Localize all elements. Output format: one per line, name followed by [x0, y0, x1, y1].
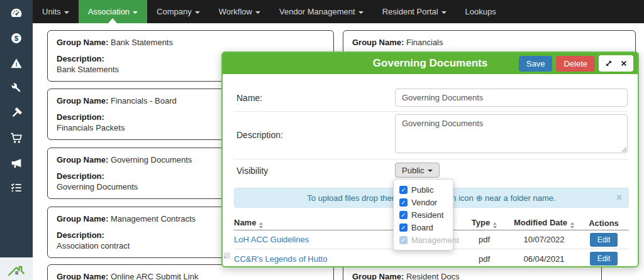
- alerts-warning-icon[interactable]: !: [0, 53, 33, 74]
- edit-button[interactable]: Edit: [590, 252, 618, 266]
- description-label: Description:: [236, 130, 283, 140]
- column-header-actions: Actions: [579, 218, 629, 228]
- top-navbar: Units Association Company Workflow Vendo…: [33, 0, 644, 23]
- nav-label: Lookups: [465, 7, 496, 16]
- name-input[interactable]: [395, 89, 628, 107]
- close-icon[interactable]: [619, 60, 628, 68]
- billing-dollar-icon[interactable]: $: [0, 28, 33, 49]
- column-label: Actions: [589, 218, 619, 228]
- modal-header: Governing Documents Save Delete: [223, 53, 638, 74]
- group-name-value: Online ARC Submit Link: [111, 272, 198, 280]
- nav-label: Units: [42, 7, 61, 16]
- modal-body: Name: Description: Governing Documents V…: [223, 74, 638, 266]
- app-logo-area: [0, 257, 33, 280]
- nav-item-resident-portal[interactable]: Resident Portal: [373, 0, 456, 23]
- document-modified-date: 10/07/2022: [509, 235, 579, 244]
- sort-icon: [493, 222, 497, 229]
- nav-label: Association: [88, 7, 130, 16]
- nav-label: Workflow: [219, 7, 252, 16]
- modal-header-actions: Save Delete: [519, 55, 633, 72]
- chevron-down-icon: [441, 11, 447, 14]
- nav-label: Company: [157, 7, 192, 16]
- wrench-icon[interactable]: [0, 77, 33, 99]
- expand-icon[interactable]: [604, 60, 613, 68]
- group-name-label: Group Name:: [57, 272, 108, 280]
- group-name-label: Group Name:: [352, 38, 404, 47]
- group-name-label: Group Name:: [57, 155, 108, 164]
- sort-icon: [259, 222, 263, 229]
- group-name-value: Management Contracts: [111, 214, 196, 223]
- visibility-option-resident[interactable]: Resident: [394, 208, 453, 221]
- group-name-label: Group Name:: [352, 272, 404, 280]
- sort-icon: [570, 222, 574, 229]
- group-name-label: Group Name:: [57, 96, 108, 105]
- hammer-icon[interactable]: [0, 102, 33, 124]
- edit-button[interactable]: Edit: [590, 233, 618, 247]
- delete-button[interactable]: Delete: [556, 56, 595, 72]
- document-link[interactable]: CC&R's Legends of Hutto: [234, 254, 327, 264]
- document-type: pdf: [459, 235, 509, 244]
- checkbox-checked-icon[interactable]: [399, 198, 408, 207]
- option-label: Public: [411, 185, 433, 195]
- save-button[interactable]: Save: [519, 56, 553, 72]
- checkbox-checked-icon[interactable]: [399, 211, 408, 219]
- chevron-down-icon: [64, 11, 69, 14]
- group-name-value: Resident Docs: [406, 272, 460, 280]
- chevron-down-icon: [358, 11, 364, 14]
- document-link[interactable]: LoH ACC Guidelines: [234, 235, 309, 244]
- cart-icon[interactable]: [0, 127, 33, 149]
- column-label: Type: [472, 218, 490, 227]
- document-type: pdf: [459, 254, 509, 264]
- home-logo-icon[interactable]: [7, 261, 26, 277]
- option-label: Resident: [411, 210, 443, 220]
- left-sidebar: $ !: [0, 0, 33, 257]
- group-name-line: Group Name: Online ARC Submit Link: [57, 272, 325, 280]
- group-name-value: Governing Documents: [111, 155, 192, 164]
- group-name-label: Group Name:: [57, 214, 108, 223]
- nav-item-vendor-management[interactable]: Vendor Management: [270, 0, 373, 23]
- chevron-down-icon: [255, 11, 260, 14]
- visibility-dropdown-menu: Public Vendor Resident Board Management: [393, 179, 453, 250]
- checkbox-checked-icon[interactable]: [399, 223, 408, 232]
- nav-item-company[interactable]: Company: [147, 0, 209, 23]
- chevron-down-icon: [133, 11, 138, 14]
- visibility-option-vendor[interactable]: Vendor: [394, 196, 453, 208]
- option-label: Vendor: [411, 198, 437, 207]
- option-label: Board: [411, 223, 433, 232]
- checkbox-checked-disabled-icon: [399, 236, 408, 244]
- column-label: Name: [234, 218, 256, 227]
- nav-item-units[interactable]: Units: [33, 0, 79, 23]
- divider: [234, 111, 628, 112]
- info-dismiss-icon[interactable]: ×: [616, 192, 622, 203]
- column-header-modified-date[interactable]: Modified Date: [509, 218, 579, 229]
- group-name-label: Group Name:: [57, 38, 108, 47]
- dashboard-gauge-icon[interactable]: [0, 3, 33, 24]
- group-name-value: Bank Statements: [111, 38, 173, 47]
- nav-item-association[interactable]: Association: [79, 0, 147, 23]
- document-modified-date: 06/04/2021: [509, 254, 579, 264]
- name-label: Name:: [236, 93, 262, 103]
- visibility-dropdown-button[interactable]: Public: [395, 163, 440, 178]
- visibility-option-management: Management: [394, 234, 453, 246]
- nav-item-lookups[interactable]: Lookups: [456, 0, 506, 23]
- group-name-value: Financials - Board: [111, 96, 177, 105]
- visibility-option-public[interactable]: Public: [394, 183, 453, 196]
- resize-handle[interactable]: [224, 252, 230, 259]
- column-label: Modified Date: [514, 218, 567, 227]
- checkbox-checked-icon[interactable]: [399, 186, 408, 194]
- nav-item-workflow[interactable]: Workflow: [209, 0, 270, 23]
- megaphone-icon[interactable]: [0, 153, 33, 174]
- chevron-down-icon: [428, 170, 433, 172]
- svg-text:$: $: [14, 35, 19, 42]
- checklist-icon[interactable]: [0, 177, 33, 198]
- group-name-line: Group Name: Resident Docs: [352, 272, 592, 280]
- visibility-option-board[interactable]: Board: [394, 221, 453, 234]
- description-textarea[interactable]: Governing Documents: [395, 114, 628, 153]
- window-controls: [599, 55, 633, 72]
- nav-label: Vendor Management: [279, 7, 355, 16]
- option-label: Management: [411, 235, 459, 245]
- chevron-down-icon: [195, 11, 200, 14]
- group-name-line: Group Name: Financials: [352, 38, 626, 47]
- svg-text:!: !: [15, 61, 17, 68]
- column-header-type[interactable]: Type: [459, 218, 509, 229]
